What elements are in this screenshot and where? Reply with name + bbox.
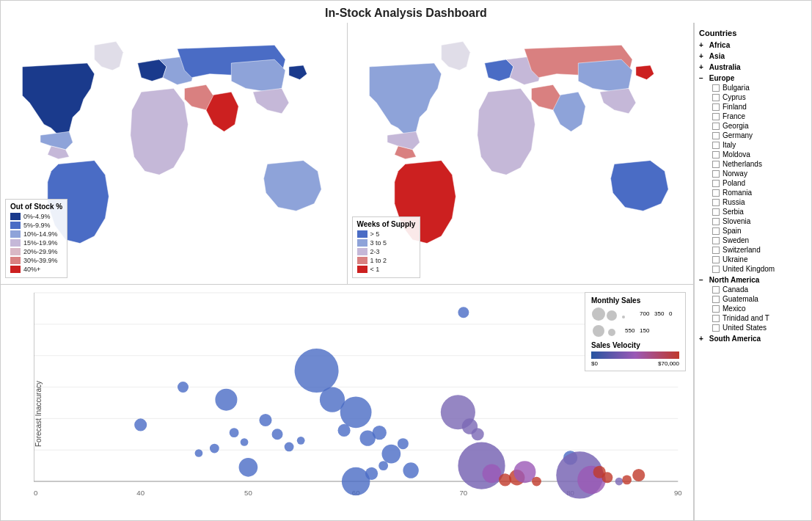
sidebar-item-trinidad[interactable]: Trinidad and T [712,313,807,323]
svg-text:50: 50 [244,489,252,497]
svg-point-65 [592,307,605,321]
expand-icon-australia[interactable]: + [699,63,703,71]
dashboard-title: In-Stock Analysis Dashboard [1,1,811,23]
checkbox-bulgaria[interactable] [712,84,720,92]
expand-icon-asia[interactable]: + [699,52,703,60]
checkbox-russia[interactable] [712,199,720,206]
svg-point-33 [285,442,294,451]
expand-icon-africa[interactable]: + [699,41,703,49]
wos-legend-label-0: > 5 [370,230,380,238]
right-sidebar: Countries + Africa + Asia [694,23,811,520]
sidebar-group-north-america: − North America Canada Guatemala Mexico … [699,275,807,332]
legend-item-3: 15%-19.9% [10,239,62,247]
svg-point-29 [241,438,249,446]
svg-point-50 [472,428,484,440]
checkbox-mexico[interactable] [712,305,720,313]
expand-icon-south-america[interactable]: + [699,335,703,343]
checkbox-slovenia[interactable] [712,218,720,225]
velocity-legend-title: Sales Velocity [591,341,679,349]
sidebar-item-united-kingdom[interactable]: United Kingdom [712,264,807,274]
svg-point-68 [593,325,604,337]
sidebar-item-serbia[interactable]: Serbia [712,207,807,216]
checkbox-netherlands[interactable] [712,161,720,168]
sidebar-item-mexico[interactable]: Mexico [712,304,807,313]
checkbox-romania[interactable] [712,189,720,197]
sidebar-item-germany[interactable]: Germany [712,131,807,140]
main-content: Out of Stock % 0%-4.9% 5%-9.9% 10%-14.9% [1,23,811,520]
legend-label-0: 0%-4.9% [23,213,51,220]
sidebar-item-bulgaria[interactable]: Bulgaria [712,83,807,92]
wos-legend-label-4: < 1 [370,266,380,273]
expand-icon-north-america[interactable]: − [699,276,703,284]
sidebar-item-sweden[interactable]: Sweden [712,236,807,245]
sidebar-item-netherlands[interactable]: Netherlands [712,159,807,169]
checkbox-serbia[interactable] [712,208,720,216]
sidebar-item-switzerland[interactable]: Switzerland [712,245,807,255]
sidebar-item-ukraine[interactable]: Ukraine [712,255,807,264]
checkbox-trinidad[interactable] [712,315,720,322]
dashboard: In-Stock Analysis Dashboard [0,0,812,521]
checkbox-united-states[interactable] [712,324,720,332]
sidebar-label-north-america: North America [709,276,760,284]
checkbox-switzerland[interactable] [712,247,720,254]
checkbox-georgia[interactable] [712,123,720,130]
checkbox-sweden[interactable] [712,237,720,244]
checkbox-moldova[interactable] [712,151,720,159]
svg-point-24 [178,382,189,393]
checkbox-cyprus[interactable] [712,94,720,101]
sidebar-group-header-asia[interactable]: + Asia [699,51,807,61]
sidebar-item-canada[interactable]: Canada [712,285,807,294]
sidebar-group-header-europe[interactable]: − Europe [699,73,807,83]
sidebar-item-france[interactable]: France [712,112,807,121]
sidebar-group-header-south-america[interactable]: + South America [699,334,807,343]
weeks-of-supply-map: Weeks of Supply > 5 3 to 5 2-3 [348,23,694,284]
svg-text:90: 90 [674,489,682,497]
velocity-labels: $0 $70,000 [591,360,679,367]
expand-icon-europe[interactable]: − [699,74,703,82]
sidebar-group-header-australia[interactable]: + Australia [699,62,807,72]
velocity-min: $0 [591,360,598,367]
legend-item-5: 30%-39.9% [10,257,62,264]
svg-point-23 [134,418,147,431]
sidebar-item-guatemala[interactable]: Guatemala [712,294,807,304]
sidebar-item-united-states[interactable]: United States [712,323,807,332]
svg-point-67 [622,316,625,318]
checkbox-poland[interactable] [712,180,720,187]
wos-legend-item-4: < 1 [357,266,416,273]
legend-label-6: 40%+ [23,266,40,273]
svg-point-41 [381,444,400,463]
svg-point-64 [632,469,645,481]
sidebar-item-spain[interactable]: Spain [712,226,807,236]
checkbox-ukraine[interactable] [712,256,720,263]
checkbox-norway[interactable] [712,170,720,178]
svg-point-44 [365,467,378,479]
legend-color-6 [10,266,21,273]
weeks-of-supply-legend-title: Weeks of Supply [357,220,416,228]
sidebar-item-moldova[interactable]: Moldova [712,150,807,159]
sidebar-item-poland[interactable]: Poland [712,178,807,188]
checkbox-guatemala[interactable] [712,296,720,303]
sidebar-item-georgia[interactable]: Georgia [712,121,807,131]
sidebar-item-slovenia[interactable]: Slovenia [712,216,807,226]
checkbox-italy[interactable] [712,142,720,149]
sidebar-item-cyprus[interactable]: Cyprus [712,92,807,102]
checkbox-spain[interactable] [712,227,720,235]
wos-legend-color-0 [357,230,367,238]
checkbox-finland[interactable] [712,103,720,111]
svg-point-63 [622,475,632,484]
sidebar-group-header-africa[interactable]: + Africa [699,40,807,50]
wos-legend-label-3: 1 to 2 [370,257,387,264]
sidebar-group-europe: − Europe Bulgaria Cyprus Finland France … [699,73,807,274]
legend-item-2: 10%-14.9% [10,230,62,238]
checkbox-germany[interactable] [712,132,720,139]
sidebar-item-russia[interactable]: Russia [712,197,807,207]
sidebar-item-finland[interactable]: Finland [712,102,807,112]
sidebar-item-romania[interactable]: Romania [712,188,807,197]
svg-point-66 [607,310,617,321]
sidebar-item-norway[interactable]: Norway [712,169,807,178]
checkbox-united-kingdom[interactable] [712,266,720,273]
sidebar-group-header-north-america[interactable]: − North America [699,275,807,285]
sidebar-item-italy[interactable]: Italy [712,140,807,150]
checkbox-canada[interactable] [712,286,720,294]
checkbox-france[interactable] [712,113,720,120]
